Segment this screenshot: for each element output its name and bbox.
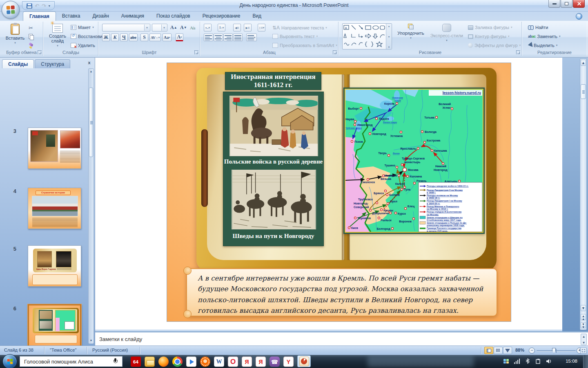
tab-view[interactable]: Вид	[246, 11, 267, 21]
shapes-scroll[interactable]: ▴▾▾	[386, 24, 392, 49]
tray-windows-update-icon[interactable]	[503, 357, 510, 364]
cut-button[interactable]: ✂	[29, 25, 33, 31]
help-icon[interactable]: ?	[576, 13, 582, 20]
alice-search-box[interactable]: Голосовой помощник Алиса	[20, 356, 122, 367]
slideshow-button[interactable]	[503, 347, 512, 354]
taskbar-icon-viber[interactable]: ☎	[270, 357, 280, 367]
restore-button[interactable]	[561, 0, 572, 8]
taskbar-icon-opera[interactable]: O	[228, 357, 238, 367]
arrange-button[interactable]: Упорядочить▾	[394, 24, 427, 40]
text-direction-button[interactable]: ⇅AНаправление текста▾	[272, 25, 327, 31]
panel-scrollbar[interactable]: ▲ ▼	[88, 68, 94, 344]
shrink-font-button[interactable]: A▼	[179, 24, 188, 31]
shapes-gallery[interactable]: A	[342, 23, 392, 49]
align-text-button[interactable]: Выровнять текст▾	[272, 34, 318, 39]
bullets-button[interactable]: •–▾	[204, 24, 212, 31]
zoom-slider-thumb[interactable]	[552, 348, 556, 353]
save-icon[interactable]	[27, 3, 32, 9]
zoom-out-button[interactable]: –	[529, 348, 535, 354]
copy-button[interactable]	[29, 34, 33, 39]
tab-outline-pane[interactable]: Структура	[35, 59, 70, 68]
columns-button[interactable]: ▾	[246, 34, 257, 41]
panel-close-icon[interactable]: x	[86, 60, 92, 66]
slide-thumbnail-3[interactable]	[28, 128, 81, 169]
shape-outline-button[interactable]: Контур фигуры▾	[468, 34, 509, 39]
taskbar-icon-chrome[interactable]	[172, 357, 183, 367]
scroll-down-icon[interactable]: ▼	[581, 305, 586, 311]
tab-design[interactable]: Дизайн	[86, 11, 115, 21]
panel-scroll-up-icon[interactable]: ▲	[89, 69, 93, 74]
tab-review[interactable]: Рецензирование	[196, 11, 247, 21]
font-size-combo[interactable]: ▾	[152, 24, 167, 31]
delete-button[interactable]: Удалить	[71, 43, 95, 48]
taskbar-icon-firefox[interactable]	[158, 357, 169, 367]
tab-slideshow[interactable]: Показ слайдов	[150, 11, 196, 21]
align-center-button[interactable]	[214, 34, 223, 41]
swedes-image[interactable]	[232, 170, 316, 229]
taskbar-clock[interactable]: 15:08	[566, 359, 577, 364]
taskbar-icon-yandex[interactable]: Я	[242, 357, 252, 367]
paragraph-dialog-launcher[interactable]	[333, 50, 337, 54]
notes-pane[interactable]: Заметки к слайду ▲▼	[95, 331, 588, 346]
clear-formatting-button[interactable]: A̸a	[189, 24, 196, 31]
show-desktop-button[interactable]	[583, 355, 588, 368]
text-shadow-button[interactable]: S	[140, 34, 148, 41]
replace-button[interactable]: abacЗаменить▾	[528, 34, 560, 39]
polish-troops-image[interactable]	[229, 96, 318, 156]
taskbar-icon-yandex-browser[interactable]: Я	[256, 357, 266, 367]
tab-animation[interactable]: Анимация	[115, 11, 150, 21]
taskbar-icon-media-player[interactable]	[186, 357, 196, 367]
taskbar-icon-word[interactable]: W	[214, 357, 224, 367]
qat-dropdown-icon[interactable]: ▾	[49, 4, 50, 8]
microphone-icon[interactable]	[113, 358, 117, 364]
character-spacing-button[interactable]: AV↔▾	[149, 34, 161, 41]
zoom-level[interactable]: 88%	[515, 348, 524, 352]
images-panel[interactable]: Польские войска в русской деревне	[223, 92, 324, 246]
start-button[interactable]	[2, 354, 17, 368]
undo-icon[interactable]: ↶	[35, 3, 39, 9]
tray-action-center-icon[interactable]	[535, 357, 541, 364]
format-painter-button[interactable]	[29, 43, 34, 48]
fit-window-button[interactable]	[580, 348, 587, 354]
font-color-button[interactable]: А▾	[176, 34, 183, 41]
slide-title[interactable]: Иностранная интервенция 1611-1612 гг.	[225, 72, 321, 90]
italic-button[interactable]: К	[111, 34, 119, 41]
tray-volume-icon[interactable]	[546, 357, 552, 364]
taskbar-icon-powerpoint-active[interactable]	[297, 355, 311, 367]
drawing-dialog-launcher[interactable]	[516, 50, 520, 54]
shape-effects-button[interactable]: Эффекты для фигур▾	[468, 43, 521, 48]
tab-home[interactable]: Главная	[23, 11, 56, 21]
slide-thumbnail-6-selected[interactable]	[28, 304, 81, 347]
paste-button[interactable]: Вставить▾	[4, 24, 26, 45]
previous-slide-button[interactable]: ▲▲	[581, 314, 586, 320]
quick-styles-button[interactable]: Экспресс-стили▾	[428, 24, 466, 43]
increase-indent-button[interactable]: ▸≡	[244, 24, 252, 31]
next-slide-button[interactable]: ▼▼	[581, 322, 586, 328]
numbering-button[interactable]: 1–▾	[218, 24, 225, 31]
grow-font-button[interactable]: A▲	[169, 24, 178, 31]
minimize-button[interactable]	[548, 0, 560, 8]
taskbar-icon-media-service[interactable]	[200, 357, 210, 367]
slide-sorter-button[interactable]	[494, 347, 503, 354]
font-dialog-launcher[interactable]	[194, 50, 198, 54]
select-button[interactable]: Выделить▾	[528, 43, 557, 48]
map-object[interactable]: ОнежскоеозероБелое озероЧудское озероВол…	[343, 88, 485, 234]
slide-textbox[interactable]: А в сентябре интервенты уже вошли в Крем…	[186, 268, 497, 316]
strikethrough-button[interactable]: abe	[129, 34, 138, 41]
shape-fill-button[interactable]: Заливка фигуры▾	[468, 25, 512, 30]
taskbar-icon-explorer[interactable]	[145, 357, 155, 367]
align-right-button[interactable]	[223, 34, 233, 41]
find-button[interactable]: Найти	[528, 25, 548, 30]
scroll-up-icon[interactable]: ▲	[581, 60, 586, 66]
layout-button[interactable]: Макет▾	[71, 25, 94, 30]
clipboard-dialog-launcher[interactable]	[38, 50, 42, 54]
redo-icon[interactable]: ↷	[42, 3, 46, 9]
smartart-button[interactable]: Преобразовать в SmartArt▾	[272, 43, 337, 48]
tray-bluetooth-icon[interactable]	[524, 357, 531, 364]
taskbar-icon-64[interactable]: 64	[131, 357, 141, 367]
justify-button[interactable]	[233, 34, 243, 41]
tab-insert[interactable]: Вставка	[56, 11, 87, 21]
align-left-button[interactable]	[204, 34, 213, 41]
slide-thumbnail-5[interactable]: Царь Борис Годунов	[28, 245, 81, 287]
notes-scrollbar[interactable]: ▲▼	[581, 334, 587, 345]
